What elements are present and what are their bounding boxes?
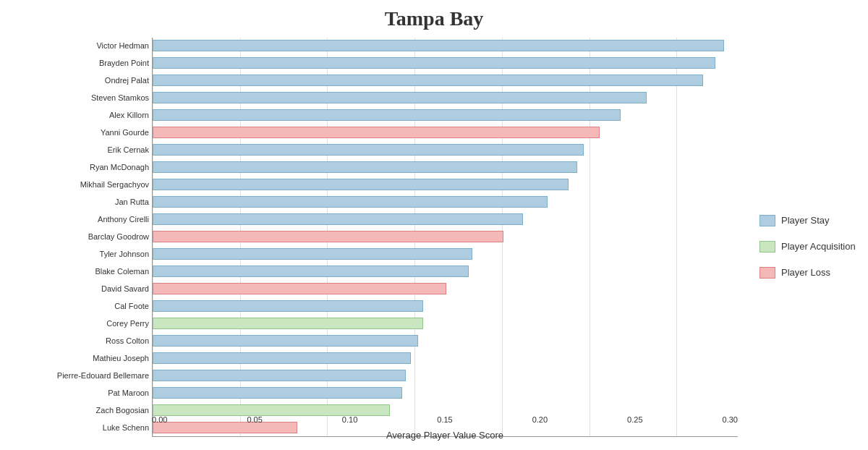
player-label: Erik Cernak: [4, 145, 149, 154]
chart-title: Tampa Bay: [0, 0, 868, 34]
player-label: Blake Coleman: [4, 267, 149, 276]
player-bar: [153, 300, 423, 312]
player-bar: [153, 213, 523, 225]
player-label: Yanni Gourde: [4, 128, 149, 137]
player-bar: [153, 127, 600, 138]
x-axis-label: 0.05: [247, 415, 262, 424]
bar-row: Anthony Cirelli: [153, 211, 738, 227]
bar-row: Ryan McDonagh: [153, 159, 738, 175]
player-label: Pat Maroon: [4, 389, 149, 397]
bar-row: Ross Colton: [153, 333, 738, 349]
x-axis-label: 0.30: [723, 415, 738, 424]
player-bar: [153, 231, 503, 242]
player-bar: [153, 179, 569, 190]
player-label: Cal Foote: [4, 302, 149, 310]
legend-item: Player Acquisition: [760, 241, 861, 252]
player-label: Alex Killorn: [4, 111, 149, 119]
player-label: Ross Colton: [4, 336, 149, 345]
player-label: Barclay Goodrow: [4, 232, 149, 241]
bar-row: Mikhail Sergachyov: [153, 177, 738, 192]
player-bar: [153, 109, 621, 121]
player-bar: [153, 266, 469, 277]
player-label: Brayden Point: [4, 59, 149, 67]
player-bar: [153, 248, 472, 260]
player-bar: [153, 57, 715, 69]
bar-row: Cal Foote: [153, 298, 738, 314]
player-bar: [153, 352, 411, 364]
bar-row: Victor Hedman: [153, 38, 738, 54]
player-label: Anthony Cirelli: [4, 215, 149, 224]
player-bar: [153, 40, 724, 51]
bars-container: Victor HedmanBrayden PointOndrej PalatSt…: [152, 38, 738, 437]
player-label: Mathieu Joseph: [4, 354, 149, 362]
player-label: Corey Perry: [4, 319, 149, 328]
x-axis-label: 0.20: [532, 415, 548, 424]
player-label: Victor Hedman: [4, 41, 149, 50]
x-axis-title: Average Player Value Score: [0, 430, 738, 441]
legend-label: Player Loss: [781, 267, 830, 278]
player-bar: [153, 335, 418, 347]
player-bar: [153, 283, 446, 294]
x-axis-label: 0.00: [152, 415, 167, 424]
bar-row: Erik Cernak: [153, 142, 738, 158]
player-label: David Savard: [4, 284, 149, 293]
player-bar: [153, 161, 577, 173]
chart-area: Victor HedmanBrayden PointOndrej PalatSt…: [0, 34, 868, 444]
legend-item: Player Stay: [760, 215, 861, 226]
bar-row: Brayden Point: [153, 55, 738, 71]
player-label: Pierre-Edouard Bellemare: [4, 371, 149, 380]
x-axis-label: 0.15: [437, 415, 452, 424]
player-bar: [153, 370, 406, 381]
legend-color-box: [760, 267, 775, 279]
player-label: Ryan McDonagh: [4, 163, 149, 171]
bar-row: Jan Rutta: [153, 194, 738, 210]
bar-row: Tyler Johnson: [153, 246, 738, 262]
player-bar: [153, 387, 402, 399]
bar-row: Steven Stamkos: [153, 90, 738, 106]
player-label: Mikhail Sergachyov: [4, 180, 149, 189]
x-axis-label: 0.10: [342, 415, 357, 424]
player-label: Zach Bogosian: [4, 406, 149, 415]
player-label: Jan Rutta: [4, 198, 149, 206]
x-axis-label: 0.25: [627, 415, 642, 424]
player-label: Tyler Johnson: [4, 250, 149, 258]
bar-row: Blake Coleman: [153, 263, 738, 279]
bar-row: David Savard: [153, 281, 738, 297]
legend-item: Player Loss: [760, 267, 861, 279]
legend-label: Player Stay: [781, 215, 829, 226]
player-label: Steven Stamkos: [4, 93, 149, 102]
player-bar: [153, 404, 390, 416]
player-bar: [153, 318, 423, 329]
bar-row: Pierre-Edouard Bellemare: [153, 368, 738, 383]
player-label: Ondrej Palat: [4, 76, 149, 85]
bar-row: Corey Perry: [153, 315, 738, 331]
player-bar: [153, 144, 584, 156]
bar-row: Yanni Gourde: [153, 124, 738, 140]
bar-row: Mathieu Joseph: [153, 350, 738, 366]
plot-area: Victor HedmanBrayden PointOndrej PalatSt…: [0, 34, 752, 444]
x-axis-labels: 0.000.050.100.150.200.250.30: [152, 415, 738, 424]
chart-container: Tampa Bay Victor HedmanBrayden PointOndr…: [0, 0, 868, 450]
bar-row: Alex Killorn: [153, 107, 738, 123]
player-bar: [153, 92, 647, 103]
legend-label: Player Acquisition: [781, 241, 856, 252]
bar-row: Barclay Goodrow: [153, 229, 738, 245]
player-bar: [153, 75, 703, 86]
player-bar: [153, 196, 548, 208]
bar-row: Ondrej Palat: [153, 72, 738, 88]
legend-color-box: [760, 241, 775, 252]
legend: Player StayPlayer AcquisitionPlayer Loss: [752, 34, 868, 444]
bar-row: Pat Maroon: [153, 385, 738, 401]
legend-color-box: [760, 215, 775, 226]
